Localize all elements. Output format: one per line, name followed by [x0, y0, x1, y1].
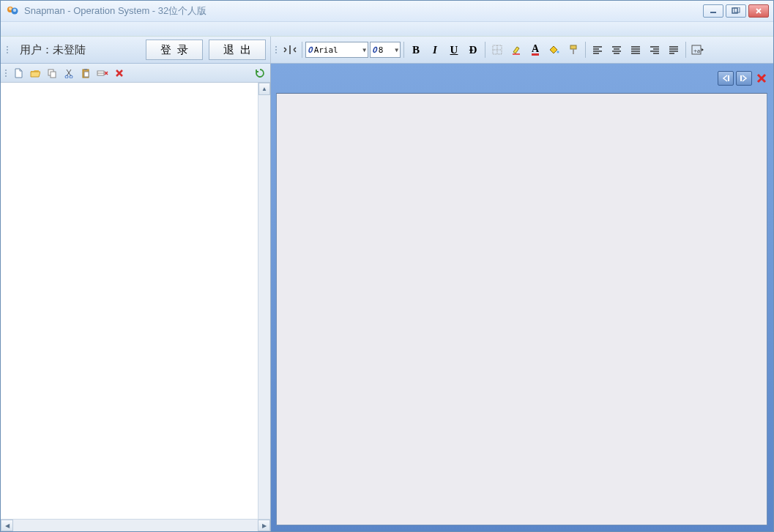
align-right-button[interactable] — [646, 41, 663, 59]
italic-button[interactable]: I — [426, 41, 444, 59]
horizontal-scrollbar[interactable]: ◀ ▶ — [1, 519, 270, 531]
separator — [485, 42, 485, 58]
prev-tab-button[interactable] — [718, 71, 734, 86]
svg-rect-21 — [84, 69, 87, 70]
main-window: Snapman - Operation System - 32位个人版 用户：未… — [0, 0, 774, 532]
svg-rect-4 — [710, 12, 716, 13]
logout-button[interactable]: 退出 — [209, 40, 266, 60]
svg-rect-12 — [570, 45, 576, 49]
vertical-scrollbar[interactable]: ▲ — [258, 83, 270, 519]
body-area: ▲ ◀ ▶ — [1, 64, 773, 531]
svg-point-1 — [9, 7, 12, 10]
align-justify-button[interactable] — [665, 41, 682, 59]
align-left-button[interactable] — [589, 41, 606, 59]
user-controls: 用户：未登陆 登录 退出 — [1, 37, 271, 63]
top-toolbar-row: 用户：未登陆 登录 退出 O Arial ▼ O 8 ▼ B I U — [1, 36, 773, 64]
window-title: Snapman - Operation System - 32位个人版 — [24, 4, 703, 18]
minimize-button[interactable] — [703, 4, 723, 18]
separator — [685, 42, 686, 58]
login-button[interactable]: 登录 — [146, 40, 203, 60]
left-panel: ▲ ◀ ▶ — [1, 64, 271, 531]
left-toolbar — [1, 64, 270, 83]
fill-color-button[interactable] — [546, 41, 563, 59]
svg-rect-10 — [513, 53, 520, 55]
refresh-icon[interactable] — [253, 66, 267, 80]
grip-icon — [274, 40, 278, 59]
new-file-icon[interactable] — [11, 66, 26, 80]
delete-row-icon[interactable] — [95, 66, 110, 80]
delete-icon[interactable] — [112, 66, 127, 80]
format-toolbar: O Arial ▼ O 8 ▼ B I U Đ A — [271, 37, 773, 63]
strikethrough-button[interactable]: Đ — [464, 41, 482, 59]
separator — [585, 42, 586, 58]
window-controls — [703, 4, 769, 18]
font-name-select[interactable]: O Arial ▼ — [305, 42, 368, 58]
scroll-left-arrow[interactable]: ◀ — [1, 520, 13, 531]
separator — [403, 42, 404, 58]
scroll-up-arrow[interactable]: ▲ — [258, 83, 270, 95]
font-size-select[interactable]: O 8 ▼ — [370, 42, 401, 58]
close-document-button[interactable] — [754, 71, 769, 86]
close-button[interactable] — [748, 4, 769, 18]
menubar-placeholder — [1, 21, 773, 36]
grip-icon — [4, 64, 8, 83]
bold-button[interactable]: B — [407, 41, 425, 59]
copy-icon[interactable] — [45, 66, 59, 80]
svg-rect-17 — [51, 72, 56, 78]
font-name-value: Arial — [314, 45, 338, 55]
svg-rect-26 — [740, 75, 742, 81]
svg-rect-25 — [728, 75, 729, 81]
split-horizontal-icon[interactable] — [281, 41, 299, 59]
separator — [302, 42, 302, 58]
align-center-button[interactable] — [608, 41, 625, 59]
open-folder-icon[interactable] — [28, 66, 42, 80]
scroll-right-arrow[interactable]: ▶ — [258, 520, 270, 531]
font-color-button[interactable]: A — [526, 41, 544, 59]
right-panel — [271, 64, 773, 531]
titlebar: Snapman - Operation System - 32位个人版 — [1, 1, 773, 21]
maximize-button[interactable] — [726, 4, 746, 18]
tree-view[interactable]: ▲ — [1, 83, 270, 519]
format-painter-button[interactable] — [565, 41, 582, 59]
border-button[interactable] — [488, 41, 506, 59]
font-o-icon: O — [308, 45, 313, 55]
insert-text-button[interactable]: +a — [689, 41, 707, 59]
underline-button[interactable]: U — [445, 41, 463, 59]
highlight-button[interactable] — [507, 41, 525, 59]
next-tab-button[interactable] — [736, 71, 752, 86]
app-icon — [5, 4, 20, 18]
svg-text:+a: +a — [693, 47, 700, 54]
grip-icon — [5, 40, 10, 59]
document-tab-toolbar — [271, 64, 773, 93]
svg-rect-13 — [573, 49, 574, 54]
paste-icon[interactable] — [78, 66, 93, 80]
font-o-icon: O — [372, 45, 377, 55]
document-editor-area[interactable] — [276, 93, 767, 525]
align-justify-dist-button[interactable] — [627, 41, 644, 59]
svg-point-3 — [13, 9, 16, 12]
cut-icon[interactable] — [62, 66, 76, 80]
svg-rect-22 — [84, 72, 89, 77]
user-status-label: 用户：未登陆 — [17, 43, 140, 57]
svg-point-11 — [557, 51, 559, 53]
font-size-value: 8 — [379, 45, 384, 55]
